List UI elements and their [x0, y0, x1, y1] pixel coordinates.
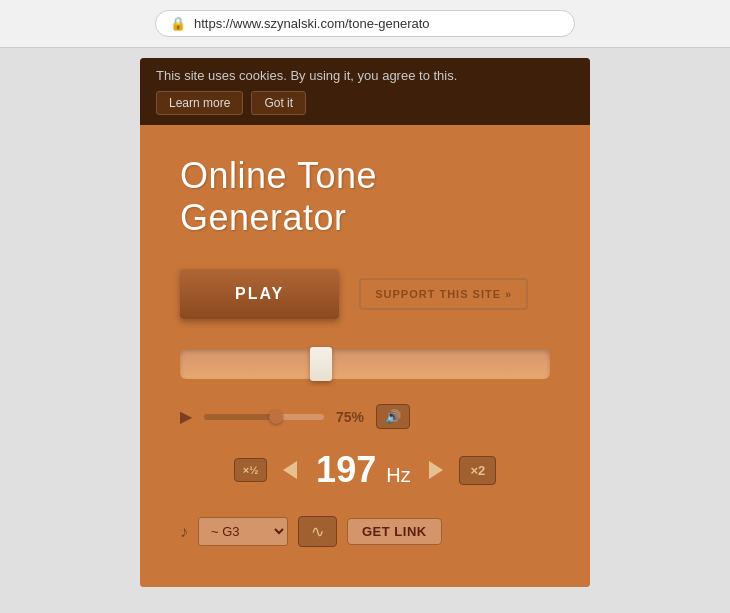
- note-icon: ♪: [180, 523, 188, 541]
- half-frequency-button[interactable]: ×½: [234, 458, 268, 482]
- volume-triangle-icon: ▶: [180, 407, 192, 426]
- main-content: Online Tone Generator PLAY SUPPORT THIS …: [140, 125, 590, 587]
- play-button[interactable]: PLAY: [180, 269, 339, 319]
- frequency-slider-track[interactable]: [180, 349, 550, 379]
- page-wrapper: This site uses cookies. By using it, you…: [140, 58, 590, 587]
- frequency-controls: ×½ 197 Hz ×2: [180, 449, 550, 491]
- frequency-unit: Hz: [386, 464, 410, 486]
- support-button[interactable]: SUPPORT THIS SITE »: [359, 278, 528, 310]
- frequency-value: 197: [316, 449, 376, 490]
- volume-slider-track[interactable]: [204, 414, 324, 420]
- address-bar: 🔒 https://www.szynalski.com/tone-generat…: [155, 10, 575, 37]
- page-title: Online Tone Generator: [180, 155, 550, 239]
- frequency-display: 197 Hz: [313, 449, 413, 491]
- browser-bar: 🔒 https://www.szynalski.com/tone-generat…: [0, 0, 730, 48]
- controls-row: PLAY SUPPORT THIS SITE »: [180, 269, 550, 319]
- address-text: https://www.szynalski.com/tone-generato: [194, 16, 430, 31]
- volume-percentage: 75%: [336, 409, 364, 425]
- decrease-frequency-button[interactable]: [283, 461, 297, 479]
- learn-more-button[interactable]: Learn more: [156, 91, 243, 115]
- lock-icon: 🔒: [170, 16, 186, 31]
- frequency-slider-thumb[interactable]: [310, 347, 332, 381]
- double-frequency-button[interactable]: ×2: [459, 456, 496, 485]
- cookie-banner: This site uses cookies. By using it, you…: [140, 58, 590, 125]
- cookie-buttons: Learn more Got it: [156, 91, 574, 115]
- got-it-button[interactable]: Got it: [251, 91, 306, 115]
- waveform-icon: ∿: [311, 523, 324, 540]
- waveform-button[interactable]: ∿: [298, 516, 337, 547]
- cookie-message: This site uses cookies. By using it, you…: [156, 68, 574, 83]
- speaker-icon: 🔊: [385, 409, 401, 424]
- increase-frequency-button[interactable]: [429, 461, 443, 479]
- volume-row: ▶ 75% 🔊: [180, 404, 550, 429]
- speaker-button[interactable]: 🔊: [376, 404, 410, 429]
- get-link-button[interactable]: GET LINK: [347, 518, 442, 545]
- volume-slider-thumb[interactable]: [269, 410, 283, 424]
- frequency-slider-container: [180, 349, 550, 379]
- note-select[interactable]: ~ G3 ~ A3 ~ C4: [198, 517, 288, 546]
- bottom-row: ♪ ~ G3 ~ A3 ~ C4 ∿ GET LINK: [180, 516, 550, 547]
